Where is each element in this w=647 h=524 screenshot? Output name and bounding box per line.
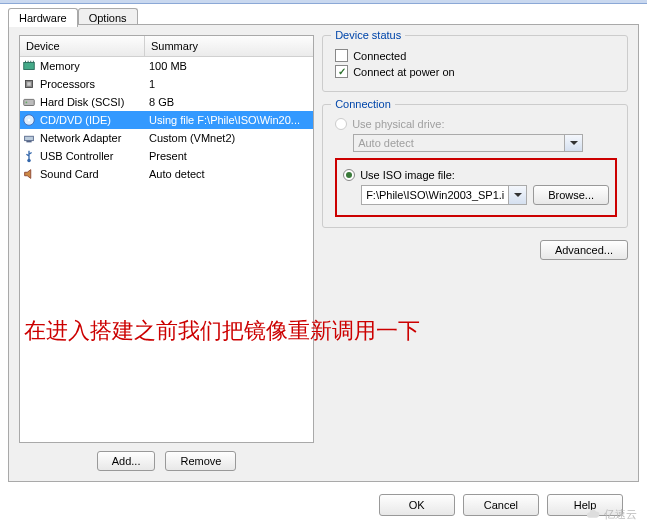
usb-icon bbox=[22, 149, 36, 163]
device-row-sound[interactable]: Sound Card Auto detect bbox=[20, 165, 313, 183]
svg-rect-6 bbox=[27, 82, 31, 86]
dropdown-arrow-icon bbox=[564, 135, 582, 151]
physical-drive-combo bbox=[353, 134, 583, 152]
device-row-cddvd[interactable]: CD/DVD (IDE) Using file F:\Phile\ISO\Win… bbox=[20, 111, 313, 129]
svg-rect-7 bbox=[24, 99, 35, 105]
connection-group: Connection Use physical drive: Use ISO i… bbox=[322, 104, 628, 228]
column-summary[interactable]: Summary bbox=[145, 36, 313, 56]
svg-point-10 bbox=[28, 119, 31, 122]
iso-path-input[interactable] bbox=[362, 186, 508, 204]
cancel-button[interactable]: Cancel bbox=[463, 494, 539, 516]
svg-rect-0 bbox=[24, 63, 35, 70]
connect-poweron-label: Connect at power on bbox=[353, 66, 455, 78]
cloud-icon bbox=[586, 508, 600, 522]
watermark: 亿速云 bbox=[586, 507, 637, 522]
tab-hardware[interactable]: Hardware bbox=[8, 8, 78, 27]
annotation-text: 在进入搭建之前我们把镜像重新调用一下 bbox=[24, 316, 420, 346]
physical-drive-radio[interactable] bbox=[335, 118, 347, 130]
iso-radio[interactable] bbox=[343, 169, 355, 181]
svg-point-13 bbox=[27, 159, 31, 163]
sound-icon bbox=[22, 167, 36, 181]
remove-button[interactable]: Remove bbox=[165, 451, 236, 471]
connected-label: Connected bbox=[353, 50, 406, 62]
column-device[interactable]: Device bbox=[20, 36, 145, 56]
iso-label: Use ISO image file: bbox=[360, 169, 455, 181]
device-list: Device Summary Memory 100 MB Processors … bbox=[19, 35, 314, 443]
device-status-title: Device status bbox=[331, 29, 405, 41]
physical-drive-input bbox=[354, 135, 564, 151]
iso-highlight-box: Use ISO image file: Browse... bbox=[335, 158, 617, 217]
iso-path-combo[interactable] bbox=[361, 185, 527, 205]
svg-rect-11 bbox=[25, 136, 34, 140]
connect-poweron-checkbox[interactable] bbox=[335, 65, 348, 78]
device-row-memory[interactable]: Memory 100 MB bbox=[20, 57, 313, 75]
ok-button[interactable]: OK bbox=[379, 494, 455, 516]
device-row-usb[interactable]: USB Controller Present bbox=[20, 147, 313, 165]
connected-checkbox[interactable] bbox=[335, 49, 348, 62]
device-row-harddisk[interactable]: Hard Disk (SCSI) 8 GB bbox=[20, 93, 313, 111]
device-row-processors[interactable]: Processors 1 bbox=[20, 75, 313, 93]
add-button[interactable]: Add... bbox=[97, 451, 156, 471]
device-row-network[interactable]: Network Adapter Custom (VMnet2) bbox=[20, 129, 313, 147]
advanced-button[interactable]: Advanced... bbox=[540, 240, 628, 260]
memory-icon bbox=[22, 59, 36, 73]
harddisk-icon bbox=[22, 95, 36, 109]
network-icon bbox=[22, 131, 36, 145]
dropdown-arrow-icon[interactable] bbox=[508, 186, 526, 204]
svg-point-8 bbox=[26, 102, 28, 104]
cpu-icon bbox=[22, 77, 36, 91]
browse-button[interactable]: Browse... bbox=[533, 185, 609, 205]
svg-rect-12 bbox=[26, 141, 31, 143]
cd-icon bbox=[22, 113, 36, 127]
connection-title: Connection bbox=[331, 98, 395, 110]
physical-drive-label: Use physical drive: bbox=[352, 118, 444, 130]
device-status-group: Device status Connected Connect at power… bbox=[322, 35, 628, 92]
